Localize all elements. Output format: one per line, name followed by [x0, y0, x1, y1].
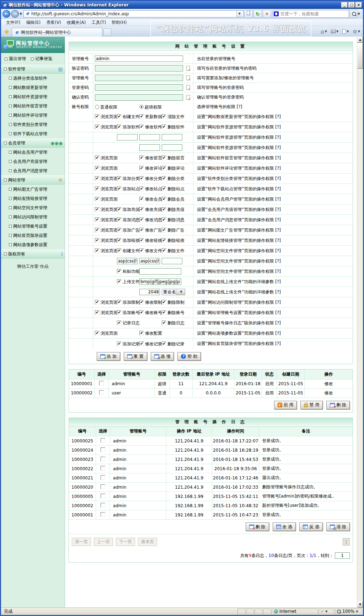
- checkbox[interactable]: [95, 310, 100, 315]
- perm-cell[interactable]: 删除账号: [162, 310, 184, 316]
- help-button[interactable]: ?帮 助: [177, 352, 201, 361]
- url-dropdown-icon[interactable]: ▼: [236, 11, 242, 17]
- sidebar-top-link[interactable]: 退出管理: [5, 56, 26, 62]
- page-button[interactable]: ▼: [341, 28, 350, 35]
- perm-cell[interactable]: 添加分类: [117, 176, 140, 182]
- checkbox[interactable]: [162, 156, 166, 160]
- sidebar-item[interactable]: 网站选项参数设置: [1, 240, 65, 249]
- menu-item[interactable]: 编辑(E): [23, 19, 43, 26]
- perm-cell[interactable]: 删除日志: [162, 320, 184, 326]
- form-input[interactable]: [95, 75, 183, 81]
- radio-option[interactable]: 超级权限: [139, 104, 162, 110]
- checkbox[interactable]: [139, 228, 144, 233]
- checkbox[interactable]: [117, 249, 122, 253]
- forward-button[interactable]: →: [11, 10, 19, 18]
- sidebar-item[interactable]: 网站数据更新管理: [1, 83, 65, 92]
- perm-cell[interactable]: 清除文件: [162, 114, 184, 120]
- perm-input[interactable]: [117, 258, 138, 264]
- minimize-button[interactable]: _: [341, 2, 348, 8]
- search-button[interactable]: [350, 10, 358, 18]
- checkbox[interactable]: [162, 197, 166, 202]
- perm-cell[interactable]: 添加广告: [117, 227, 140, 233]
- vertical-scrollbar[interactable]: ▲ ▼: [357, 37, 363, 607]
- perm-cell[interactable]: 上传文件: [117, 279, 140, 285]
- scroll-down-icon[interactable]: ▼: [357, 601, 363, 607]
- checkbox[interactable]: [117, 280, 122, 284]
- print-button[interactable]: ▼: [330, 28, 340, 35]
- perm-cell[interactable]: 删除软件: [162, 124, 184, 130]
- checkbox[interactable]: [162, 300, 166, 305]
- checkbox[interactable]: [95, 249, 100, 253]
- checkbox[interactable]: [95, 125, 100, 129]
- checkbox[interactable]: [95, 115, 100, 119]
- checkbox[interactable]: [101, 503, 105, 508]
- checkbox[interactable]: [117, 341, 122, 346]
- perm-input[interactable]: [162, 258, 182, 264]
- checkbox[interactable]: [162, 310, 166, 315]
- sidebar-top-link[interactable]: 记事便笺: [31, 56, 52, 62]
- perm-cell[interactable]: 添加记录: [117, 341, 140, 347]
- checkbox[interactable]: [95, 300, 100, 305]
- perm-cell[interactable]: 修改分类: [139, 176, 162, 182]
- form-input[interactable]: [95, 94, 183, 101]
- prev-page-button[interactable]: 上一页: [94, 538, 113, 546]
- last-page-button[interactable]: 最末页: [138, 538, 157, 546]
- perm-cell[interactable]: 修改账号: [139, 310, 162, 316]
- compatibility-button[interactable]: [244, 10, 253, 18]
- checkbox[interactable]: [139, 187, 144, 191]
- checkbox[interactable]: [95, 197, 100, 202]
- enable-button[interactable]: 启 用: [274, 401, 297, 409]
- perm-cell[interactable]: 删除分类: [162, 176, 184, 182]
- perm-input[interactable]: [139, 144, 160, 151]
- checkbox[interactable]: [139, 331, 144, 336]
- sidebar-item[interactable]: 网站会员用户管理: [1, 148, 65, 157]
- menu-item[interactable]: 工具(T): [89, 19, 109, 26]
- sidebar-item[interactable]: 网站空间文件管理: [1, 203, 65, 212]
- checkbox[interactable]: [162, 238, 166, 243]
- perm-cell[interactable]: 浏览页面: [95, 196, 118, 202]
- perm-cell[interactable]: 创建文件: [117, 114, 140, 120]
- checkbox[interactable]: [162, 115, 166, 119]
- perm-cell[interactable]: 浏览页面: [95, 114, 118, 120]
- perm-cell[interactable]: 删除评论: [162, 165, 184, 171]
- perm-cell[interactable]: 修改软件: [139, 124, 162, 130]
- checkbox[interactable]: [95, 156, 100, 160]
- options-button[interactable]: ⚙选 项: [151, 352, 174, 361]
- perm-cell[interactable]: 浏览页面: [95, 217, 118, 223]
- checkbox[interactable]: [117, 300, 122, 305]
- perm-input-wide[interactable]: [139, 268, 181, 275]
- perm-cell[interactable]: 添加链接: [117, 238, 140, 244]
- perm-cell[interactable]: 添加账号: [117, 310, 140, 316]
- perm-cell[interactable]: 删除消息: [162, 217, 184, 223]
- checkbox[interactable]: [162, 176, 166, 181]
- checkbox[interactable]: [117, 115, 122, 119]
- checkbox[interactable]: [99, 381, 104, 386]
- perm-cell[interactable]: 删除链接: [162, 238, 184, 244]
- clear-button[interactable]: ▦清 除: [326, 522, 350, 531]
- form-input[interactable]: [95, 55, 183, 62]
- perm-cell[interactable]: 删除记录: [162, 341, 184, 347]
- sidebar-item[interactable]: 软件类别分类管理: [1, 120, 65, 129]
- radio-option[interactable]: 普通权限: [95, 104, 117, 110]
- search-box[interactable]: [273, 10, 349, 18]
- perm-cell[interactable]: 删除充值: [162, 207, 184, 213]
- sidebar-item[interactable]: 软件下载站点管理: [1, 129, 65, 138]
- history-dropdown-icon[interactable]: ▼: [20, 12, 22, 16]
- checkbox[interactable]: [139, 300, 144, 305]
- sidebar-section-版权所有[interactable]: 版权所有i: [1, 249, 65, 259]
- checkbox[interactable]: [139, 197, 144, 202]
- checkbox[interactable]: [139, 207, 144, 212]
- perm-cell[interactable]: 修改站点: [139, 186, 162, 192]
- perm-cell[interactable]: 修改限制: [139, 299, 162, 306]
- checkbox[interactable]: [117, 207, 122, 212]
- perm-cell[interactable]: 修改广告: [139, 227, 162, 233]
- checkbox[interactable]: [139, 249, 144, 253]
- radio-button[interactable]: [139, 105, 144, 109]
- checkbox[interactable]: [162, 166, 166, 171]
- delete-button[interactable]: ✕删 除: [246, 522, 269, 531]
- checkbox[interactable]: [139, 166, 144, 171]
- checkbox[interactable]: [117, 187, 122, 191]
- back-button[interactable]: ←: [2, 10, 10, 18]
- checkbox[interactable]: [162, 125, 166, 129]
- sidebar-item[interactable]: 会员用户消息管理: [1, 166, 65, 175]
